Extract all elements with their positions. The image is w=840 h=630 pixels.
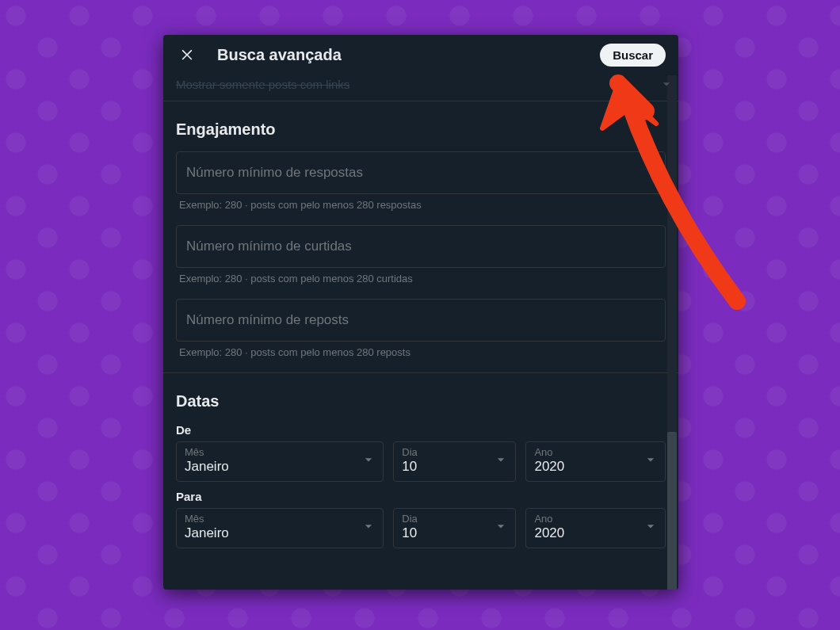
select-label: Dia <box>402 447 487 458</box>
scrollbar-thumb[interactable] <box>667 432 677 590</box>
modal-header: Busca avançada Buscar <box>163 35 678 75</box>
chevron-down-icon <box>658 75 675 93</box>
min-reposts-hint: Exemplo: 280 · posts com pelo menos 280 … <box>179 346 662 358</box>
select-value: Janeiro <box>185 460 354 475</box>
modal-title: Busca avançada <box>217 46 581 64</box>
select-label: Ano <box>534 514 636 525</box>
select-value: 2020 <box>534 526 636 541</box>
close-button[interactable] <box>176 43 198 67</box>
divider <box>163 372 678 373</box>
select-value: Janeiro <box>185 526 354 541</box>
advanced-search-modal: Busca avançada Buscar Mostrar somente po… <box>163 35 678 590</box>
min-reposts-input[interactable] <box>176 299 666 342</box>
chevron-down-icon <box>493 452 509 471</box>
select-label: Ano <box>534 447 636 458</box>
select-value: 10 <box>402 460 487 475</box>
dates-from-row: Mês Janeiro Dia 10 Ano 2020 <box>176 441 666 482</box>
close-icon <box>179 46 195 64</box>
select-label: Dia <box>402 514 487 525</box>
page-background: Busca avançada Buscar Mostrar somente po… <box>0 0 840 630</box>
select-value: 10 <box>402 526 487 541</box>
dates-from-label: De <box>176 423 666 437</box>
min-replies-hint: Exemplo: 280 · posts com pelo menos 280 … <box>179 199 662 211</box>
from-month-select[interactable]: Mês Janeiro <box>176 441 384 482</box>
to-day-select[interactable]: Dia 10 <box>393 508 516 548</box>
chevron-down-icon <box>361 518 376 537</box>
links-only-label: Mostrar somente posts com links <box>176 78 349 91</box>
links-only-option[interactable]: Mostrar somente posts com links <box>163 75 678 97</box>
to-year-select[interactable]: Ano 2020 <box>525 508 666 548</box>
modal-body: Mostrar somente posts com links Engajame… <box>163 75 678 590</box>
min-likes-input[interactable] <box>176 225 666 268</box>
min-replies-input[interactable] <box>176 151 666 194</box>
section-title-engagement: Engajamento <box>176 120 666 139</box>
from-year-select[interactable]: Ano 2020 <box>525 441 666 482</box>
search-button[interactable]: Buscar <box>600 44 666 67</box>
divider <box>163 101 678 101</box>
select-label: Mês <box>185 514 354 525</box>
chevron-down-icon <box>643 518 659 537</box>
chevron-down-icon <box>361 452 376 471</box>
dates-to-row: Mês Janeiro Dia 10 Ano 2020 <box>176 508 666 548</box>
dates-to-label: Para <box>176 490 666 503</box>
from-day-select[interactable]: Dia 10 <box>393 441 516 482</box>
select-label: Mês <box>185 447 354 458</box>
min-likes-hint: Exemplo: 280 · posts com pelo menos 280 … <box>179 273 662 284</box>
section-title-dates: Datas <box>176 392 666 410</box>
to-month-select[interactable]: Mês Janeiro <box>176 508 384 548</box>
chevron-down-icon <box>643 452 659 471</box>
chevron-down-icon <box>493 518 509 537</box>
select-value: 2020 <box>534 460 636 475</box>
